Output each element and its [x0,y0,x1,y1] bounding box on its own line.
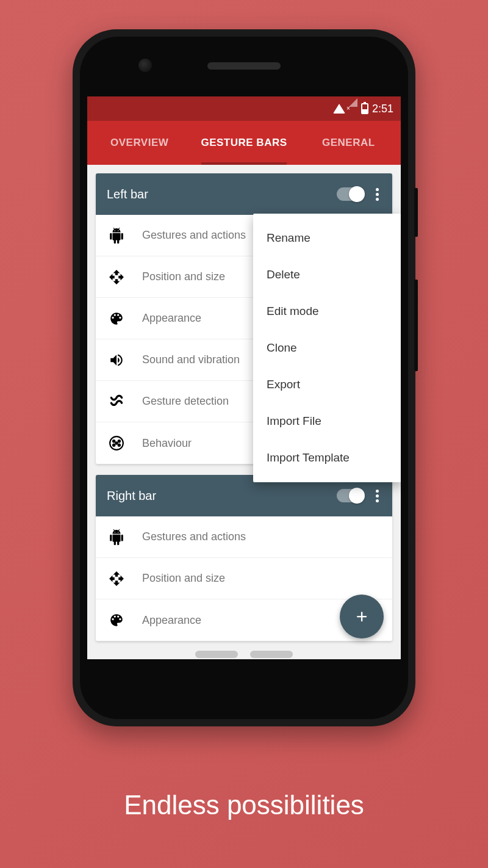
cell-icon [349,98,357,107]
page-indicator [195,651,293,658]
svg-point-5 [115,442,117,444]
status-bar: × 2:51 [87,96,401,121]
row-label: Appearance [142,312,201,325]
squiggle-icon [108,393,125,410]
android-icon [108,529,125,546]
menu-edit-mode[interactable]: Edit mode [253,293,401,330]
svg-point-3 [113,444,115,446]
move-icon [108,570,125,587]
plus-icon: + [356,606,368,628]
status-time: 2:51 [372,103,393,115]
tab-bar: OVERVIEW GESTURE BARS GENERAL [87,121,401,165]
more-icon[interactable] [373,487,381,505]
add-button[interactable]: + [340,595,384,638]
no-signal-icon: × [346,105,350,112]
side-button [414,188,418,237]
more-icon[interactable] [373,186,381,203]
screen: × 2:51 OVERVIEW GESTURE BARS GENERAL Lef… [87,96,401,659]
row-position-size[interactable]: Position and size [96,558,392,599]
card-header: Left bar [96,173,392,215]
menu-export[interactable]: Export [253,366,401,403]
palette-icon [108,612,125,629]
row-label: Gesture detection [142,395,229,408]
palette-icon [108,310,125,327]
tab-gesture-bars[interactable]: GESTURE BARS [192,121,296,165]
menu-clone[interactable]: Clone [253,330,401,366]
marketing-caption: Endless possibilities [0,790,488,820]
phone-frame: × 2:51 OVERVIEW GESTURE BARS GENERAL Lef… [73,29,415,726]
row-label: Gestures and actions [142,530,246,543]
content-area: Left bar Gestures and actions [87,165,401,659]
row-gestures-actions[interactable]: Gestures and actions [96,516,392,558]
row-label: Sound and vibration [142,353,240,366]
row-label: Position and size [142,270,225,283]
card-title: Right bar [107,489,337,503]
side-button [414,280,418,371]
svg-point-4 [118,444,120,446]
menu-delete[interactable]: Delete [253,256,401,293]
wifi-icon [333,104,345,114]
row-label: Gestures and actions [142,229,246,242]
tab-overview[interactable]: OVERVIEW [87,121,192,165]
menu-import-file[interactable]: Import File [253,403,401,439]
phone-camera [138,59,152,72]
android-icon [108,227,125,244]
battery-icon [361,103,368,114]
phone-speaker [207,62,281,70]
card-title: Left bar [107,187,337,201]
sound-icon [108,352,125,369]
toggle-switch[interactable] [337,187,364,201]
tab-general[interactable]: GENERAL [296,121,401,165]
row-label: Position and size [142,572,225,585]
row-label: Behaviour [142,437,192,450]
move-icon [108,269,125,286]
dots-circle-icon [108,435,125,452]
menu-import-template[interactable]: Import Template [253,439,401,476]
toggle-switch[interactable] [337,489,364,502]
svg-point-1 [113,440,115,442]
svg-point-2 [118,440,120,442]
menu-rename[interactable]: Rename [253,220,401,256]
context-menu: Rename Delete Edit mode Clone Export Imp… [253,214,401,482]
row-label: Appearance [142,614,201,627]
